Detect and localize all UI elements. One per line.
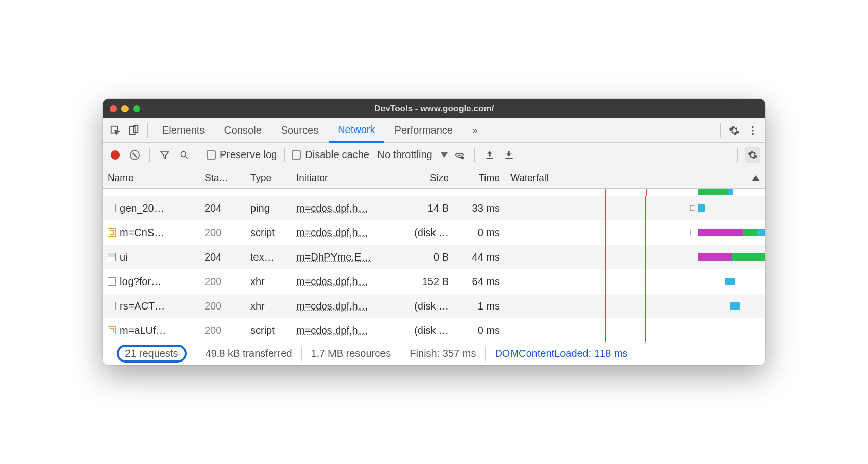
file-type-icon — [108, 228, 116, 237]
col-header-waterfall[interactable]: Waterfall — [505, 167, 765, 188]
download-har-icon[interactable] — [501, 147, 517, 163]
device-toolbar-icon[interactable] — [126, 123, 141, 138]
window-controls — [110, 105, 140, 112]
request-row[interactable]: ui 204 tex… m=DhPYme,E… 0 B 44 ms — [103, 245, 765, 269]
close-window-button[interactable] — [110, 105, 117, 112]
request-status: 204 — [199, 196, 245, 220]
clear-button[interactable] — [127, 147, 142, 163]
svg-rect-1 — [130, 126, 135, 134]
settings-gear-icon[interactable] — [727, 123, 742, 138]
request-name: m=aLUf… — [120, 325, 166, 337]
waterfall-bar — [510, 220, 760, 245]
transferred-size: 49.8 kB transferred — [196, 347, 302, 361]
request-status: 204 — [199, 245, 245, 269]
request-type: ping — [245, 196, 291, 220]
devtools-window: DevTools - www.google.com/ Elements Cons… — [103, 99, 765, 365]
request-size: 0 B — [398, 245, 454, 269]
request-time: 44 ms — [454, 245, 505, 269]
waterfall-bar — [510, 318, 760, 342]
svg-point-6 — [181, 151, 186, 157]
col-header-name[interactable]: Name — [103, 167, 199, 188]
preserve-log-label: Preserve log — [220, 149, 277, 161]
preserve-log-checkbox[interactable]: Preserve log — [207, 149, 277, 161]
request-size: 14 B — [398, 196, 454, 220]
tab-network[interactable]: Network — [329, 118, 383, 143]
divider — [149, 148, 150, 162]
request-time: 0 ms — [454, 220, 505, 245]
col-header-size[interactable]: Size — [398, 167, 454, 188]
request-row[interactable]: m=aLUf… 200 script m=cdos,dpf,h… (disk …… — [103, 318, 765, 342]
svg-point-7 — [461, 156, 464, 159]
request-row[interactable]: rs=ACT… 200 xhr m=cdos,dpf,h… (disk … 1 … — [103, 294, 765, 318]
waterfall-bar — [510, 294, 760, 318]
divider — [737, 148, 738, 162]
file-type-icon — [108, 326, 116, 334]
request-status: 200 — [199, 294, 245, 318]
file-type-icon — [108, 277, 116, 286]
waterfall-overview — [510, 189, 760, 196]
request-initiator[interactable]: m=cdos,dpf,h… — [296, 325, 368, 337]
request-initiator[interactable]: m=cdos,dpf,h… — [296, 276, 368, 288]
divider — [474, 148, 475, 162]
window-title: DevTools - www.google.com/ — [103, 104, 765, 114]
tab-elements[interactable]: Elements — [154, 118, 213, 143]
request-size: (disk … — [398, 318, 454, 342]
record-button[interactable] — [108, 147, 123, 163]
request-type: script — [245, 220, 291, 245]
svg-point-5 — [752, 133, 754, 135]
request-time: 33 ms — [454, 196, 505, 220]
request-initiator[interactable]: m=DhPYme,E… — [296, 251, 371, 263]
request-initiator[interactable]: m=cdos,dpf,h… — [296, 202, 368, 214]
tab-sources[interactable]: Sources — [273, 118, 326, 143]
minimize-window-button[interactable] — [121, 105, 129, 112]
file-type-icon — [108, 204, 116, 212]
request-row[interactable]: gen_20… 204 ping m=cdos,dpf,h… 14 B 33 m… — [103, 196, 765, 220]
upload-har-icon[interactable] — [482, 147, 497, 163]
sort-asc-icon — [752, 175, 759, 181]
status-bar: 21 requests 49.8 kB transferred 1.7 MB r… — [103, 342, 765, 365]
request-size: (disk … — [398, 220, 454, 245]
waterfall-bar — [510, 269, 760, 294]
request-row[interactable]: m=CnS… 200 script m=cdos,dpf,h… (disk … … — [103, 220, 765, 245]
request-status: 200 — [199, 269, 245, 294]
request-name: rs=ACT… — [120, 300, 165, 312]
file-type-icon — [108, 253, 116, 261]
tab-performance[interactable]: Performance — [387, 118, 462, 143]
dcl-line — [605, 189, 606, 196]
col-header-type[interactable]: Type — [245, 167, 291, 188]
col-header-status[interactable]: Sta… — [199, 167, 245, 188]
request-row[interactable]: log?for… 200 xhr m=cdos,dpf,h… 152 B 64 … — [103, 269, 765, 294]
request-list: gen_20… 204 ping m=cdos,dpf,h… 14 B 33 m… — [103, 189, 765, 342]
network-settings-gear-icon[interactable] — [745, 147, 760, 163]
filter-icon[interactable] — [157, 147, 172, 163]
request-status: 200 — [199, 318, 245, 342]
tab-console[interactable]: Console — [216, 118, 269, 143]
chevron-down-icon — [441, 152, 448, 158]
inspect-element-icon[interactable] — [108, 123, 123, 138]
waterfall-bar — [510, 196, 760, 220]
load-line — [646, 189, 647, 196]
divider — [147, 123, 148, 138]
disable-cache-label: Disable cache — [305, 149, 369, 161]
request-initiator[interactable]: m=cdos,dpf,h… — [296, 300, 368, 312]
domcontentloaded-time: DOMContentLoaded: 118 ms — [486, 347, 636, 361]
throttling-value: No throttling — [377, 149, 432, 161]
col-header-initiator[interactable]: Initiator — [291, 167, 398, 188]
kebab-menu-icon[interactable] — [745, 123, 760, 138]
maximize-window-button[interactable] — [133, 105, 140, 112]
disable-cache-checkbox[interactable]: Disable cache — [292, 149, 369, 161]
request-type: xhr — [245, 294, 291, 318]
request-initiator[interactable]: m=cdos,dpf,h… — [296, 227, 368, 239]
search-icon[interactable] — [176, 147, 192, 163]
request-name: m=CnS… — [120, 227, 164, 239]
request-type: script — [245, 318, 291, 342]
network-toolbar: Preserve log Disable cache No throttling — [103, 143, 765, 167]
request-size: (disk … — [398, 294, 454, 318]
tab-overflow[interactable]: » — [464, 118, 486, 143]
network-conditions-icon[interactable] — [452, 147, 467, 163]
requests-count: 21 requests — [117, 345, 187, 363]
col-header-time[interactable]: Time — [454, 167, 505, 188]
throttling-select[interactable]: No throttling — [377, 149, 448, 161]
svg-point-3 — [752, 126, 754, 128]
request-type: xhr — [245, 269, 291, 294]
